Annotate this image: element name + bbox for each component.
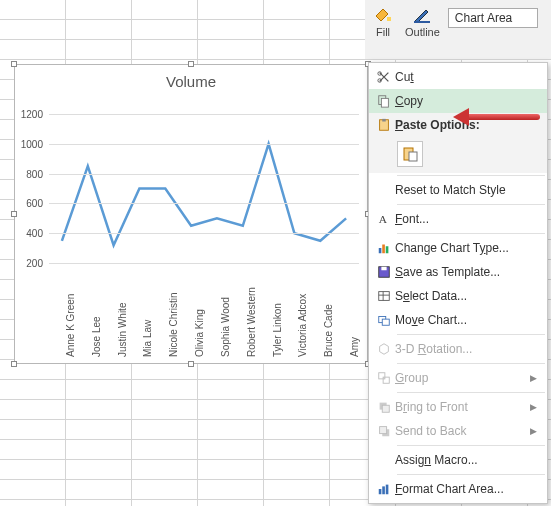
chart-element-selector[interactable]: Chart Area: [448, 8, 538, 28]
fill-button[interactable]: Fill: [369, 2, 397, 40]
save-template-icon: [373, 265, 395, 279]
y-axis: 20040060080010001200: [15, 99, 45, 293]
separator: [397, 445, 545, 446]
ribbon-chunk: Fill Outline Chart Area: [365, 0, 551, 60]
menu-font[interactable]: A Font...: [369, 207, 547, 231]
paint-bucket-icon: [373, 4, 393, 24]
separator: [397, 392, 545, 393]
svg-rect-22: [383, 377, 389, 383]
menu-assign-macro[interactable]: Assign Macro...: [369, 448, 547, 472]
menu-label: Copy: [395, 94, 537, 108]
menu-send-to-back: Send to Back ▶: [369, 419, 547, 443]
menu-cut[interactable]: Cut: [369, 65, 547, 89]
svg-rect-13: [386, 246, 389, 253]
scissors-icon: [373, 70, 395, 84]
paste-button[interactable]: [397, 141, 423, 167]
menu-label: Change Chart Type...: [395, 241, 537, 255]
selection-handle[interactable]: [188, 361, 194, 367]
plot-area: [49, 99, 359, 293]
svg-rect-20: [382, 319, 389, 325]
svg-rect-29: [386, 485, 389, 495]
context-menu: Cut Copy Paste Options: Reset to Match S…: [368, 62, 548, 504]
font-icon: A: [373, 212, 395, 226]
svg-rect-26: [380, 427, 387, 434]
menu-label: Cut: [395, 70, 537, 84]
selection-handle[interactable]: [188, 61, 194, 67]
outline-label: Outline: [405, 26, 440, 38]
svg-rect-1: [414, 21, 430, 23]
chart-title[interactable]: Volume: [15, 65, 367, 94]
selection-handle[interactable]: [11, 361, 17, 367]
svg-rect-7: [382, 119, 386, 122]
menu-select-data[interactable]: Select Data...: [369, 284, 547, 308]
menu-label: Move Chart...: [395, 313, 537, 327]
menu-label: Font...: [395, 212, 537, 226]
menu-label: Send to Back: [395, 424, 530, 438]
bring-front-icon: [373, 400, 395, 414]
separator: [397, 334, 545, 335]
menu-group: Group ▶: [369, 366, 547, 390]
submenu-arrow-icon: ▶: [530, 426, 537, 436]
menu-label: Assign Macro...: [395, 453, 537, 467]
svg-rect-28: [382, 486, 385, 494]
cube-icon: [373, 342, 395, 356]
menu-label: Format Chart Area...: [395, 482, 537, 496]
svg-rect-11: [379, 248, 382, 253]
separator: [397, 204, 545, 205]
menu-label: 3-D Rotation...: [395, 342, 537, 356]
paste-icon: [402, 146, 418, 162]
svg-rect-24: [382, 405, 389, 412]
svg-rect-16: [379, 292, 390, 301]
svg-rect-0: [387, 17, 391, 21]
menu-reset-match-style[interactable]: Reset to Match Style: [369, 178, 547, 202]
separator: [397, 233, 545, 234]
svg-rect-21: [379, 373, 385, 379]
separator: [397, 474, 545, 475]
copy-icon: [373, 94, 395, 108]
annotation-arrow: [455, 110, 540, 124]
paste-options-row: [369, 137, 547, 173]
svg-rect-15: [381, 267, 386, 271]
submenu-arrow-icon: ▶: [530, 402, 537, 412]
clipboard-icon: [373, 118, 395, 132]
svg-rect-12: [382, 245, 385, 254]
move-chart-icon: [373, 313, 395, 327]
x-axis: Anne K GreenJose LeeJustin WhiteMia LawN…: [49, 295, 359, 361]
menu-label: Bring to Front: [395, 400, 530, 414]
menu-save-as-template[interactable]: Save as Template...: [369, 260, 547, 284]
outline-button[interactable]: Outline: [401, 2, 444, 40]
format-icon: [373, 482, 395, 496]
submenu-arrow-icon: ▶: [530, 373, 537, 383]
send-back-icon: [373, 424, 395, 438]
menu-label: Reset to Match Style: [395, 183, 537, 197]
menu-bring-to-front: Bring to Front ▶: [369, 395, 547, 419]
chart-type-icon: [373, 241, 395, 255]
menu-label: Group: [395, 371, 530, 385]
separator: [397, 363, 545, 364]
svg-rect-27: [379, 489, 382, 494]
menu-change-chart-type[interactable]: Change Chart Type...: [369, 236, 547, 260]
fill-label: Fill: [376, 26, 390, 38]
svg-rect-5: [381, 98, 388, 107]
menu-move-chart[interactable]: Move Chart...: [369, 308, 547, 332]
embedded-chart[interactable]: Volume 20040060080010001200 Anne K Green…: [14, 64, 368, 364]
menu-label: Select Data...: [395, 289, 537, 303]
pen-icon: [412, 4, 432, 24]
svg-text:A: A: [379, 213, 388, 225]
menu-label: Save as Template...: [395, 265, 537, 279]
svg-rect-9: [409, 152, 417, 161]
group-icon: [373, 371, 395, 385]
menu-3d-rotation: 3-D Rotation...: [369, 337, 547, 361]
menu-format-chart-area[interactable]: Format Chart Area...: [369, 477, 547, 501]
separator: [397, 175, 545, 176]
select-data-icon: [373, 289, 395, 303]
selection-handle[interactable]: [11, 61, 17, 67]
